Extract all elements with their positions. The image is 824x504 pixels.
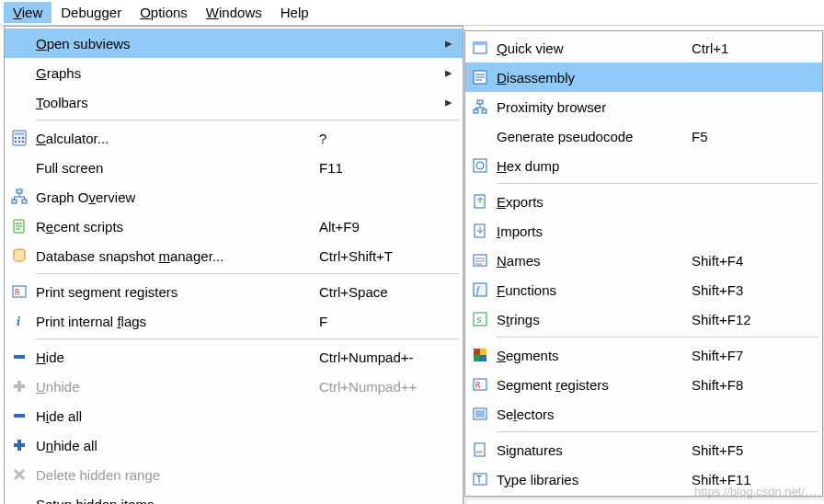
blank-icon: [465, 121, 495, 151]
submenu-arrow-icon: ▸: [442, 94, 455, 110]
mi-shortcut: F5: [686, 129, 815, 144]
svg-rect-18: [17, 381, 21, 392]
graph-icon: [5, 182, 34, 212]
mi-exports[interactable]: Exports: [465, 187, 822, 216]
svg-rect-45: [475, 443, 485, 456]
mi-hide-all[interactable]: Hide all: [5, 401, 463, 430]
separator: [497, 431, 818, 432]
svg-rect-19: [14, 414, 25, 418]
mi-shortcut: Shift+F3: [686, 282, 815, 298]
mi-label: Type libraries: [495, 472, 686, 487]
mi-label: Open subviews: [34, 36, 314, 52]
mi-label: Segment registers: [495, 377, 686, 393]
mi-imports[interactable]: Imports: [465, 216, 822, 246]
mi-label: Unhide: [34, 379, 314, 395]
quickview-icon: [465, 33, 495, 63]
mi-label: Setup hidden items...: [34, 497, 314, 505]
mi-label: Delete hidden range: [34, 467, 314, 483]
mi-shortcut: Shift+F4: [686, 253, 815, 269]
mi-strings[interactable]: s Strings Shift+F12: [465, 304, 822, 334]
mi-delete-hidden-range: Delete hidden range: [5, 460, 463, 489]
exports-icon: [465, 187, 495, 216]
svg-rect-4: [22, 137, 24, 139]
mi-unhide-all[interactable]: Unhide all: [5, 430, 463, 460]
svg-text:R: R: [15, 288, 20, 297]
mi-proximity-browser[interactable]: Proximity browser: [465, 92, 822, 121]
svg-rect-3: [18, 137, 20, 139]
mi-label: Recent scripts: [34, 219, 314, 235]
svg-text:T: T: [476, 475, 482, 485]
svg-rect-5: [15, 141, 17, 143]
mi-disassembly[interactable]: Disassembly: [465, 63, 822, 92]
svg-rect-6: [18, 141, 20, 143]
mi-segment-registers[interactable]: R Segment registers Shift+F8: [465, 370, 822, 399]
svg-rect-25: [477, 100, 483, 104]
mi-functions[interactable]: f Functions Shift+F3: [465, 275, 822, 304]
svg-rect-9: [12, 200, 17, 203]
segments-icon: [465, 340, 495, 370]
menubar-view[interactable]: View: [4, 2, 52, 23]
registers-icon: R: [5, 277, 34, 306]
mi-setup-hidden-items[interactable]: Setup hidden items...: [5, 489, 463, 504]
open-subviews-submenu: Quick view Ctrl+1 Disassembly Proximity …: [464, 30, 823, 497]
mi-selectors[interactable]: Selectors: [465, 399, 822, 429]
svg-rect-27: [482, 109, 486, 113]
mi-shortcut: Alt+F9: [314, 219, 442, 235]
separator: [36, 120, 459, 120]
blank-icon: [5, 153, 34, 182]
registers-icon: R: [465, 370, 495, 399]
svg-rect-39: [474, 355, 480, 361]
signatures-icon: [465, 435, 495, 464]
menubar-debugger[interactable]: Debugger: [52, 2, 131, 23]
mi-hex-dump[interactable]: Hex dump: [465, 151, 822, 180]
mi-generate-pseudocode[interactable]: Generate pseudocode F5: [465, 121, 822, 151]
blank-icon: [5, 58, 34, 87]
submenu-arrow-icon: ▸: [442, 64, 455, 81]
mi-shortcut: Shift+F7: [686, 348, 815, 363]
svg-rect-37: [474, 349, 480, 355]
mi-quick-view[interactable]: Quick view Ctrl+1: [465, 33, 822, 63]
svg-rect-44: [475, 410, 485, 418]
separator: [497, 183, 818, 184]
mi-db-snapshot[interactable]: Database snapshot manager... Ctrl+Shift+…: [5, 241, 463, 270]
mi-type-libraries[interactable]: T Type libraries Shift+F11: [465, 464, 822, 494]
mi-shortcut: Shift+F5: [686, 442, 815, 458]
svg-text:R: R: [475, 381, 481, 390]
blank-icon: [5, 489, 34, 504]
mi-segments[interactable]: Segments Shift+F7: [465, 340, 822, 370]
mi-toolbars[interactable]: Toolbars ▸: [5, 87, 463, 117]
mi-graphs[interactable]: Graphs ▸: [5, 58, 463, 87]
svg-point-29: [476, 162, 484, 169]
svg-rect-23: [474, 42, 486, 45]
mi-shortcut: Ctrl+Numpad+-: [314, 349, 442, 365]
database-icon: [5, 241, 34, 270]
menubar-help[interactable]: Help: [271, 2, 318, 23]
mi-label: Proximity browser: [495, 99, 686, 115]
menubar: View Debugger Options Windows Help: [0, 0, 824, 26]
mi-recent-scripts[interactable]: Recent scripts Alt+F9: [5, 212, 463, 241]
mi-shortcut: Ctrl+Space: [314, 284, 442, 300]
mi-label: Unhide all: [34, 438, 314, 453]
menubar-options[interactable]: Options: [131, 2, 197, 23]
mi-print-int-flags[interactable]: i Print internal flags F: [5, 306, 463, 336]
mi-print-seg-reg[interactable]: R Print segment registers Ctrl+Space: [5, 277, 463, 306]
mi-open-subviews[interactable]: Open subviews ▸: [5, 29, 463, 58]
svg-rect-21: [17, 440, 21, 451]
delete-icon: [5, 460, 34, 489]
mi-label: Segments: [495, 348, 686, 363]
plus-icon: [5, 430, 34, 460]
mi-calculator[interactable]: Calculator... ?: [5, 123, 463, 153]
mi-shortcut: F11: [314, 160, 442, 176]
mi-graph-overview[interactable]: Graph Overview: [5, 182, 463, 212]
svg-rect-26: [474, 109, 478, 113]
mi-label: Hide: [34, 349, 314, 365]
menubar-windows[interactable]: Windows: [197, 2, 271, 23]
mi-full-screen[interactable]: Full screen F11: [5, 153, 463, 182]
mi-signatures[interactable]: Signatures Shift+F5: [465, 435, 822, 464]
mi-shortcut: ?: [314, 131, 442, 146]
mi-hide[interactable]: Hide Ctrl+Numpad+-: [5, 342, 463, 372]
mi-names[interactable]: Names Shift+F4: [465, 246, 822, 275]
svg-rect-40: [480, 355, 486, 361]
svg-rect-1: [15, 132, 24, 135]
svg-rect-10: [22, 200, 27, 203]
